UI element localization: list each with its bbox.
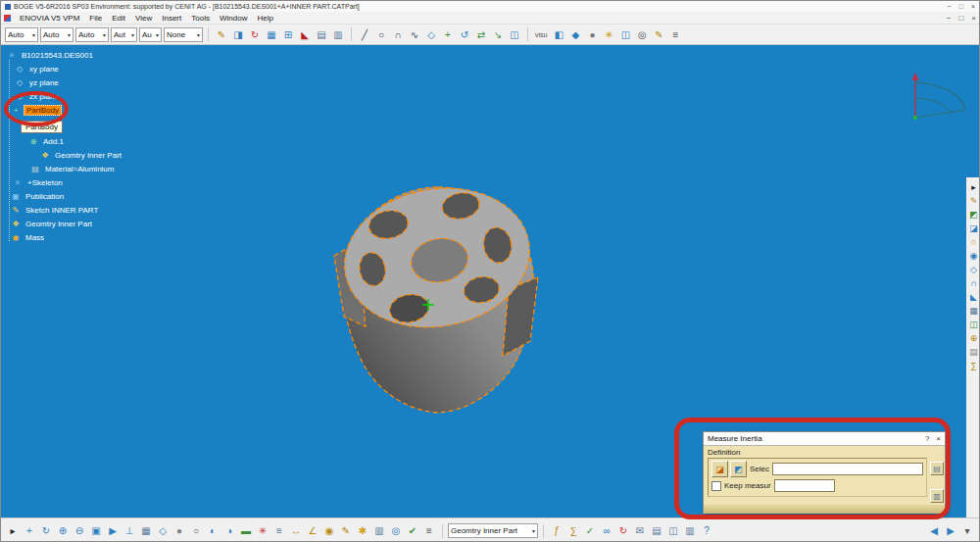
shading-icon[interactable]: ● [172, 523, 187, 539]
tree-item-partbody[interactable]: + PartBody [5, 103, 95, 117]
material-icon[interactable]: ▤ [967, 345, 980, 358]
measure-between-icon[interactable]: ↔ [288, 523, 304, 539]
normal-view-icon[interactable]: ⊥ [122, 523, 137, 539]
fly-mode-icon[interactable]: ▶ [105, 523, 121, 539]
scale-icon[interactable]: ↘ [490, 26, 506, 42]
dialog-help-button[interactable]: ? [925, 434, 929, 443]
active-geometry-combo[interactable]: Geomtry Inner Part ▾ [448, 523, 538, 538]
arc-icon[interactable]: ∩ [390, 26, 406, 42]
child-minimize-button[interactable]: − [947, 14, 952, 23]
customize-button-icon[interactable]: ▤ [930, 462, 944, 475]
pan-icon[interactable]: + [22, 523, 37, 539]
lighting-icon[interactable]: ✳ [601, 26, 616, 42]
auto-combo-5[interactable]: Au▾ [139, 27, 162, 42]
expand-icon[interactable]: ▾ [959, 523, 975, 539]
part-3d-model[interactable] [332, 179, 543, 419]
fillet-icon[interactable]: ∩ [967, 276, 980, 289]
child-close-button[interactable]: × [971, 14, 976, 23]
link-icon[interactable]: ∞ [599, 523, 614, 539]
catalog-icon[interactable]: ▥ [330, 26, 346, 42]
inertia-2d-button-icon[interactable]: ◩ [730, 461, 747, 477]
tree-item-label[interactable]: Geomtry Inner Part [24, 220, 94, 228]
magnet-icon[interactable]: ◣ [297, 26, 313, 42]
spline-icon[interactable]: ∿ [407, 26, 422, 42]
plane-tool-icon[interactable]: ◇ [967, 263, 980, 275]
shaft-icon[interactable]: ◉ [967, 249, 980, 262]
tree-item-label[interactable]: zx plane [27, 92, 61, 101]
graph-tree-icon[interactable]: ≡ [271, 523, 287, 539]
plane-icon[interactable]: ◇ [423, 26, 439, 42]
magnifier-icon[interactable]: ◎ [388, 523, 404, 539]
next-icon[interactable]: ▶ [943, 523, 958, 539]
tree-item-label[interactable]: Publication [24, 192, 66, 201]
zoom-in-icon[interactable]: ⊕ [55, 523, 71, 539]
tree-item-label[interactable]: +Skeleton [25, 178, 65, 187]
keep-measure-checkbox[interactable] [711, 481, 721, 491]
paintbrush-icon[interactable]: ◨ [230, 26, 246, 42]
menu-tools[interactable]: Tools [186, 14, 215, 23]
symmetry-icon[interactable]: ◫ [507, 26, 522, 42]
pencil-icon[interactable]: ✎ [214, 26, 229, 42]
view-iso-icon[interactable]: ◆ [567, 26, 583, 42]
tree-item-label[interactable]: Add.1 [41, 137, 66, 146]
dialog-close-button[interactable]: × [936, 434, 941, 443]
zoom-out-icon[interactable]: ⊖ [72, 523, 87, 539]
snap-to-point-icon[interactable]: ⊞ [280, 26, 296, 42]
measure-inertia-dialog[interactable]: Measure Inertia ? × Definition ◪◩ Selec … [703, 431, 946, 514]
sheet-icon[interactable]: ▤ [649, 523, 664, 539]
minimize-button[interactable]: − [948, 3, 952, 10]
menu-window[interactable]: Window [215, 14, 252, 23]
title-bar[interactable]: BOGE V5-6R2016 SP03 Environment: support… [1, 1, 979, 12]
export-button-icon[interactable]: ▥ [930, 489, 944, 503]
dialog-title-bar[interactable]: Measure Inertia ? × [704, 432, 945, 446]
ground-icon[interactable]: ▬ [238, 523, 254, 539]
inertia-3d-button-icon[interactable]: ◪ [711, 461, 728, 477]
menu-insert[interactable]: Insert [157, 14, 186, 23]
fit-all-icon[interactable]: ▣ [88, 523, 104, 539]
pocket-icon[interactable]: ◪ [967, 222, 980, 234]
tree-item-label[interactable]: Geomtry Inner Part [53, 151, 123, 160]
axis-icon[interactable]: + [440, 26, 456, 42]
select-tool-icon[interactable]: ▸ [967, 180, 980, 193]
wireframe-icon[interactable]: ○ [188, 523, 204, 539]
apply-icon[interactable]: ✔ [405, 523, 420, 539]
multi-view-icon[interactable]: ▦ [138, 523, 154, 539]
tree-item-label[interactable]: xy plane [27, 65, 61, 74]
formula-icon[interactable]: ƒ [549, 523, 564, 539]
boolean-icon[interactable]: ⊕ [967, 331, 980, 344]
auto-combo-1[interactable]: Auto▾ [5, 27, 38, 42]
tree-item-zx-plane[interactable]: ◇ zx plane [5, 89, 95, 103]
swap-visible-icon[interactable]: ◑ [221, 523, 237, 539]
menu-help[interactable]: Help [252, 14, 277, 23]
auto-combo-3[interactable]: Auto▾ [75, 27, 109, 42]
mirror-icon[interactable]: ◫ [967, 318, 980, 330]
measure-item-icon[interactable]: ∠ [305, 523, 320, 539]
tree-item-add1[interactable]: ⊕ Add.1 [5, 134, 123, 148]
measure-name-field[interactable] [774, 479, 835, 492]
tree-item-label-selected[interactable]: PartBody [24, 105, 62, 116]
hide-show-icon[interactable]: ◐ [205, 523, 220, 539]
auto-combo-4[interactable]: Aut▾ [111, 27, 137, 42]
line-icon[interactable]: ╱ [357, 26, 372, 42]
sketcher-icon[interactable]: ✎ [967, 194, 980, 207]
mail-icon[interactable]: ✉ [632, 523, 648, 539]
help-icon[interactable]: ? [699, 523, 714, 539]
grid-icon[interactable]: ▦ [264, 26, 279, 42]
tree-item-label[interactable]: Mass [24, 233, 46, 242]
view-front-icon[interactable]: ◧ [551, 26, 566, 42]
analysis-icon[interactable]: ∑ [967, 359, 980, 371]
tree-item-label[interactable]: Sketch INNER PART [24, 206, 100, 215]
tree-item-label[interactable]: B10215543.DES001 [20, 51, 95, 60]
compass-tool-icon[interactable]: ✳ [255, 523, 270, 539]
tree-item-publication[interactable]: ▣ Publication [5, 189, 123, 203]
close-button[interactable]: × [971, 3, 975, 10]
menu-icon[interactable]: ≡ [421, 523, 437, 539]
camera-icon[interactable]: ◎ [634, 26, 650, 42]
tree-item-label[interactable]: Material=Aluminium [43, 165, 116, 173]
chamfer-icon[interactable]: ◣ [967, 290, 980, 303]
tree-item-xy-plane[interactable]: ◇ xy plane [5, 62, 95, 75]
tree-item-label[interactable]: yz plane [27, 78, 61, 87]
tree-item-geometry-inner-part[interactable]: ❖ Geomtry Inner Part [5, 148, 123, 162]
selection-field[interactable] [772, 463, 923, 475]
compass-icon[interactable] [888, 73, 971, 133]
